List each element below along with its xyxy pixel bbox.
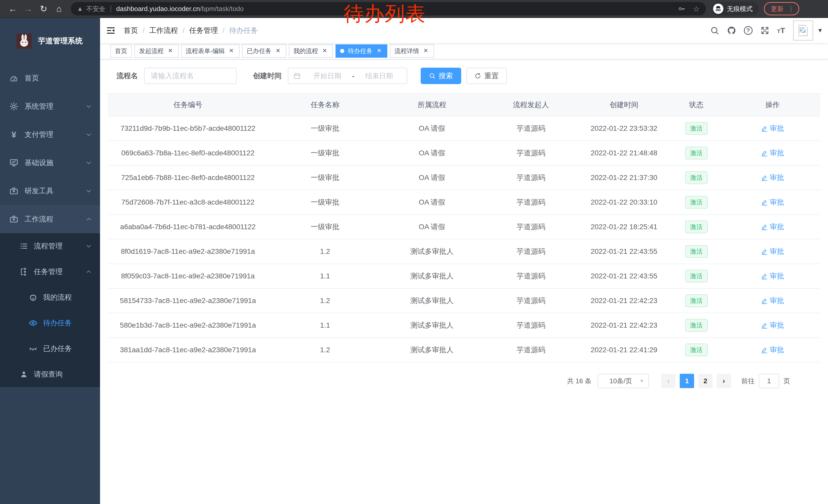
breadcrumb-home[interactable]: 首页 bbox=[124, 26, 138, 35]
process-cell: OA 请假 bbox=[382, 222, 482, 232]
col-header-task-name: 任务名称 bbox=[268, 100, 382, 110]
tab-start-process[interactable]: 发起流程✕ bbox=[134, 44, 178, 58]
page-size-value: 10条/页 bbox=[602, 377, 639, 385]
status-badge: 激活 bbox=[685, 270, 708, 282]
process-name-input[interactable] bbox=[144, 68, 237, 84]
task-name-cell: 一级审批 bbox=[268, 148, 382, 158]
workflow-submenu: 流程管理 任务管理 我的流程 待办任务 已办任务 请假 bbox=[0, 233, 100, 387]
audit-link[interactable]: 审批 bbox=[761, 271, 784, 281]
font-size-icon[interactable]: TT bbox=[777, 26, 785, 35]
sidebar-item-todo-tasks[interactable]: 待办任务 bbox=[0, 310, 100, 336]
starter-cell: 芋道源码 bbox=[482, 296, 580, 306]
tab-my-process[interactable]: 我的流程✕ bbox=[289, 44, 333, 58]
starter-cell: 芋道源码 bbox=[482, 124, 580, 133]
prev-page-button[interactable]: ‹ bbox=[661, 374, 676, 388]
close-icon[interactable]: ✕ bbox=[422, 47, 429, 55]
sidebar-item-task-mgmt[interactable]: 任务管理 bbox=[0, 259, 100, 284]
sidebar-item-devtools[interactable]: 研发工具 bbox=[0, 177, 100, 205]
tab-todo-tasks[interactable]: 待办任务✕ bbox=[335, 44, 387, 58]
key-icon[interactable] bbox=[678, 5, 686, 12]
sidebar-item-payment[interactable]: ¥ 支付管理 bbox=[0, 121, 100, 149]
close-icon[interactable]: ✕ bbox=[376, 47, 383, 55]
fullscreen-icon[interactable] bbox=[760, 26, 770, 35]
audit-label: 审批 bbox=[770, 296, 784, 306]
sidebar-item-label: 流程管理 bbox=[34, 241, 63, 251]
close-icon[interactable]: ✕ bbox=[321, 47, 328, 55]
tab-process-detail[interactable]: 流程详情✕ bbox=[390, 44, 434, 58]
sidebar-item-infra[interactable]: 基础设施 bbox=[0, 149, 100, 177]
browser-home-icon[interactable]: ⌂ bbox=[51, 4, 67, 14]
table-row: 580e1b3d-7ac8-11ec-a9e2-a2380e71991a 1.1… bbox=[108, 313, 820, 338]
app-logo[interactable]: 芋道管理系统 bbox=[0, 18, 100, 64]
table-row: a6aba0a4-7b6d-11ec-b781-acde48001122 一级审… bbox=[108, 215, 820, 239]
audit-link[interactable]: 审批 bbox=[761, 148, 784, 158]
close-icon[interactable]: ✕ bbox=[275, 47, 282, 55]
table-row: 069c6a63-7b8a-11ec-8ef0-acde48001122 一级审… bbox=[108, 141, 820, 166]
audit-link[interactable]: 审批 bbox=[761, 320, 784, 330]
task-name-cell: 1.1 bbox=[268, 321, 382, 329]
task-id-cell: 580e1b3d-7ac8-11ec-a9e2-a2380e71991a bbox=[108, 321, 268, 329]
browser-reload-icon[interactable]: ↻ bbox=[36, 4, 51, 14]
bookmark-star-icon[interactable]: ☆ bbox=[693, 4, 700, 13]
time-cell: 2022-01-21 22:42:23 bbox=[580, 321, 668, 329]
tab-done-tasks[interactable]: 已办任务✕ bbox=[242, 44, 286, 58]
task-id-cell: 381aa1dd-7ac8-11ec-a9e2-a2380e71991a bbox=[108, 346, 268, 354]
breadcrumb-workflow[interactable]: 工作流程 bbox=[149, 26, 178, 35]
starter-cell: 芋道源码 bbox=[482, 148, 580, 158]
browser-menu-icon[interactable]: ⋮ bbox=[788, 5, 794, 13]
col-header-task-id: 任务编号 bbox=[108, 100, 268, 110]
task-id-cell: 75d72608-7b7f-11ec-a3c8-acde48001122 bbox=[108, 198, 268, 207]
process-name-label: 流程名 bbox=[117, 71, 138, 81]
page-size-select[interactable]: 10条/页 ▼ bbox=[598, 374, 649, 388]
sidebar-item-my-process[interactable]: 我的流程 bbox=[0, 284, 100, 310]
task-name-cell: 一级审批 bbox=[268, 124, 382, 133]
avatar[interactable] bbox=[793, 20, 813, 41]
status-badge: 激活 bbox=[685, 221, 708, 233]
github-icon[interactable] bbox=[727, 26, 736, 35]
starter-cell: 芋道源码 bbox=[482, 320, 580, 330]
browser-forward-icon[interactable]: → bbox=[20, 4, 36, 14]
sidebar-item-process-mgmt[interactable]: 流程管理 bbox=[0, 233, 100, 259]
edit-icon bbox=[761, 199, 768, 205]
breadcrumb-task-mgmt[interactable]: 任务管理 bbox=[189, 26, 218, 35]
sidebar-item-home[interactable]: 首页 bbox=[0, 64, 100, 92]
audit-link[interactable]: 审批 bbox=[761, 197, 784, 207]
incognito-icon bbox=[715, 5, 722, 12]
audit-link[interactable]: 审批 bbox=[761, 246, 784, 256]
page-button-2[interactable]: 2 bbox=[698, 374, 713, 388]
help-icon[interactable]: ? bbox=[744, 26, 753, 35]
edit-icon bbox=[761, 125, 768, 132]
browser-update-button[interactable]: 更新 ⋮ bbox=[764, 2, 799, 15]
next-page-button[interactable]: › bbox=[717, 374, 731, 388]
eye-closed-icon bbox=[29, 344, 37, 353]
sidebar-item-system[interactable]: 系统管理 bbox=[0, 92, 100, 121]
audit-link[interactable]: 审批 bbox=[761, 345, 784, 355]
security-label: 不安全 bbox=[86, 5, 106, 13]
close-icon[interactable]: ✕ bbox=[228, 47, 235, 55]
browser-back-icon[interactable]: ← bbox=[5, 4, 20, 14]
range-separator: - bbox=[350, 72, 357, 80]
date-range-input[interactable]: 开始日期 - 结束日期 bbox=[288, 68, 407, 84]
sidebar-item-leave-query[interactable]: 请假查询 bbox=[0, 362, 100, 387]
address-bar[interactable]: ▲ 不安全 dashboard.yudao.iocoder.cn/bpm/tas… bbox=[71, 2, 706, 15]
tab-home[interactable]: 首页 bbox=[110, 44, 132, 58]
search-button[interactable]: 搜索 bbox=[421, 68, 461, 84]
audit-link[interactable]: 审批 bbox=[761, 222, 784, 232]
goto-page-input[interactable] bbox=[759, 374, 779, 388]
page-button-1[interactable]: 1 bbox=[680, 374, 694, 388]
avatar-caret-icon[interactable]: ▼ bbox=[817, 27, 823, 34]
tab-process-form-edit[interactable]: 流程表单-编辑✕ bbox=[181, 44, 240, 58]
sidebar-fold-icon[interactable] bbox=[106, 26, 115, 35]
edit-icon bbox=[761, 273, 768, 279]
task-name-cell: 1.2 bbox=[268, 346, 382, 354]
audit-link[interactable]: 审批 bbox=[761, 173, 784, 183]
search-icon[interactable] bbox=[710, 26, 719, 35]
sidebar-item-done-tasks[interactable]: 已办任务 bbox=[0, 336, 100, 362]
chevron-up-icon bbox=[86, 269, 92, 275]
reset-button[interactable]: 重置 bbox=[466, 68, 507, 84]
audit-link[interactable]: 审批 bbox=[761, 296, 784, 306]
close-icon[interactable]: ✕ bbox=[167, 47, 174, 55]
audit-link[interactable]: 审批 bbox=[761, 124, 784, 133]
pagination: 共 16 条 10条/页 ▼ ‹ 1 2 › 前往 页 bbox=[100, 363, 828, 388]
sidebar-item-workflow[interactable]: 工作流程 bbox=[0, 205, 100, 233]
